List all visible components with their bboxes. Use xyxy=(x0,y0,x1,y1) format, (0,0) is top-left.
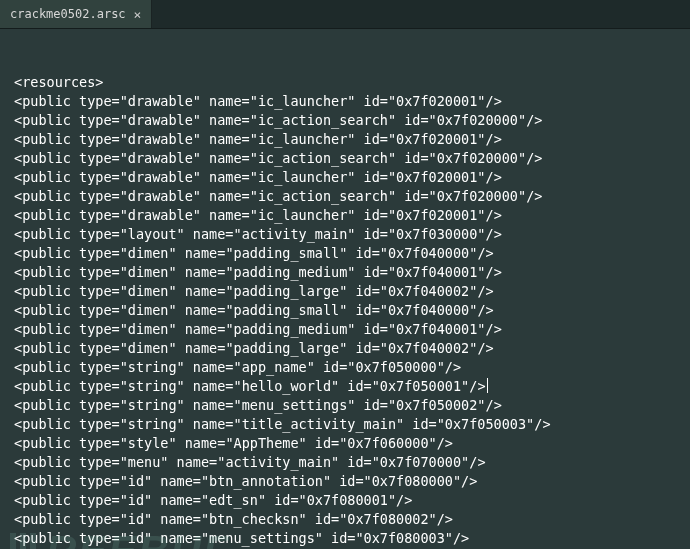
public-line-23: <public type="id" name="menu_settings" i… xyxy=(14,529,686,548)
public-line-11: <public type="dimen" name="padding_small… xyxy=(14,301,686,320)
public-line-9: <public type="dimen" name="padding_mediu… xyxy=(14,263,686,282)
public-line-19: <public type="menu" name="activity_main"… xyxy=(14,453,686,472)
public-line-0: <public type="drawable" name="ic_launche… xyxy=(14,92,686,111)
public-line-16: <public type="string" name="menu_setting… xyxy=(14,396,686,415)
text-cursor xyxy=(487,378,488,393)
code-editor[interactable]: REEBUF <resources><public type="drawable… xyxy=(0,29,690,549)
close-icon[interactable]: × xyxy=(134,8,142,21)
tab-bar: crackme0502.arsc × xyxy=(0,0,690,29)
public-line-20: <public type="id" name="btn_annotation" … xyxy=(14,472,686,491)
public-line-12: <public type="dimen" name="padding_mediu… xyxy=(14,320,686,339)
public-line-18: <public type="style" name="AppTheme" id=… xyxy=(14,434,686,453)
public-line-8: <public type="dimen" name="padding_small… xyxy=(14,244,686,263)
public-line-15: <public type="string" name="hello_world"… xyxy=(14,377,686,396)
public-line-10: <public type="dimen" name="padding_large… xyxy=(14,282,686,301)
public-line-7: <public type="layout" name="activity_mai… xyxy=(14,225,686,244)
resources-open: <resources> xyxy=(14,73,686,92)
public-line-13: <public type="dimen" name="padding_large… xyxy=(14,339,686,358)
public-line-21: <public type="id" name="edt_sn" id="0x7f… xyxy=(14,491,686,510)
public-line-6: <public type="drawable" name="ic_launche… xyxy=(14,206,686,225)
tab-filename: crackme0502.arsc xyxy=(10,7,126,21)
public-line-17: <public type="string" name="title_activi… xyxy=(14,415,686,434)
public-line-1: <public type="drawable" name="ic_action_… xyxy=(14,111,686,130)
public-line-4: <public type="drawable" name="ic_launche… xyxy=(14,168,686,187)
public-line-2: <public type="drawable" name="ic_launche… xyxy=(14,130,686,149)
public-line-14: <public type="string" name="app_name" id… xyxy=(14,358,686,377)
public-line-22: <public type="id" name="btn_checksn" id=… xyxy=(14,510,686,529)
tab-crackme0502[interactable]: crackme0502.arsc × xyxy=(0,0,152,28)
public-line-5: <public type="drawable" name="ic_action_… xyxy=(14,187,686,206)
public-line-3: <public type="drawable" name="ic_action_… xyxy=(14,149,686,168)
